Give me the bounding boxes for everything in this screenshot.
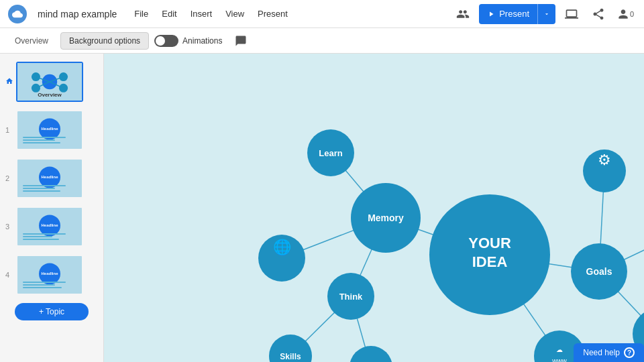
- svg-point-3: [32, 84, 40, 93]
- main-layout: Overview 1 Headline 2: [0, 54, 644, 362]
- add-topic-button[interactable]: + Topic: [15, 303, 89, 320]
- present-button[interactable]: Present: [479, 4, 555, 24]
- animations-label: Animations: [182, 36, 222, 46]
- nav-view[interactable]: View: [225, 9, 244, 19]
- nav-menu: File Edit Insert View Present: [134, 9, 288, 19]
- home-icon: [5, 77, 12, 86]
- chat-icon[interactable]: [230, 30, 252, 52]
- sidebar-slide-2[interactable]: 2 Headline: [0, 156, 103, 201]
- share-icon[interactable]: [588, 3, 609, 25]
- svg-point-4: [59, 84, 68, 93]
- app-icon: [8, 5, 27, 23]
- screen-icon[interactable]: [561, 3, 582, 25]
- sidebar-overview-item[interactable]: Overview: [0, 59, 103, 105]
- background-options-button[interactable]: Background options: [60, 32, 149, 50]
- topbar: mind map example File Edit Insert View P…: [0, 0, 644, 28]
- svg-text:Memory: Memory: [368, 213, 404, 223]
- slide-1-thumb[interactable]: Headline: [16, 110, 83, 150]
- need-help-button[interactable]: Need help ?: [574, 343, 644, 362]
- sidebar-slide-4[interactable]: 4 Headline: [0, 252, 103, 298]
- nav-present[interactable]: Present: [258, 9, 288, 19]
- svg-text:Skills: Skills: [280, 352, 301, 361]
- slide-2-num: 2: [5, 174, 12, 182]
- svg-text:Think: Think: [339, 292, 363, 302]
- animations-toggle[interactable]: [154, 35, 178, 47]
- overview-thumb[interactable]: Overview: [16, 62, 83, 102]
- present-dropdown[interactable]: [538, 4, 555, 24]
- svg-text:⚙: ⚙: [598, 152, 611, 168]
- svg-text:www: www: [551, 357, 567, 362]
- toolbar: Overview Background options Animations: [0, 28, 644, 54]
- slide-4-num: 4: [5, 271, 12, 279]
- mindmap-svg: YOUR IDEA Memory Learn Think Skills Shar…: [104, 54, 644, 362]
- app-title: mind map example: [38, 9, 117, 19]
- animations-toggle-area: Animations: [154, 35, 222, 47]
- svg-text:🌐: 🌐: [273, 238, 292, 256]
- sidebar: Overview 1 Headline 2: [0, 54, 104, 362]
- slide-1-num: 1: [5, 126, 12, 134]
- svg-text:Learn: Learn: [319, 148, 342, 158]
- slide-2-thumb[interactable]: Headline: [16, 158, 83, 198]
- slide-3-thumb[interactable]: Headline: [16, 206, 83, 247]
- collaborate-icon[interactable]: [452, 3, 474, 25]
- svg-text:Goals: Goals: [586, 266, 612, 277]
- nav-edit[interactable]: Edit: [162, 9, 176, 19]
- slide-4-thumb[interactable]: Headline: [16, 255, 83, 295]
- account-icon[interactable]: 0: [614, 3, 636, 25]
- help-icon: ?: [624, 347, 635, 358]
- nav-insert[interactable]: Insert: [191, 9, 213, 19]
- overview-slide-label: Overview: [38, 92, 62, 98]
- slide-3-num: 3: [5, 223, 12, 231]
- toggle-thumb: [156, 36, 165, 46]
- canvas-area[interactable]: YOUR IDEA Memory Learn Think Skills Shar…: [104, 54, 644, 362]
- svg-text:IDEA: IDEA: [472, 253, 508, 270]
- svg-text:YOUR: YOUR: [468, 235, 511, 251]
- need-help-label: Need help: [583, 348, 620, 357]
- svg-text:☁: ☁: [556, 346, 563, 353]
- sidebar-slide-3[interactable]: 3 Headline: [0, 204, 103, 249]
- sidebar-slide-1[interactable]: 1 Headline: [0, 107, 103, 153]
- overview-tab[interactable]: Overview: [8, 34, 55, 48]
- share-node[interactable]: [350, 346, 392, 362]
- nav-file[interactable]: File: [134, 9, 148, 19]
